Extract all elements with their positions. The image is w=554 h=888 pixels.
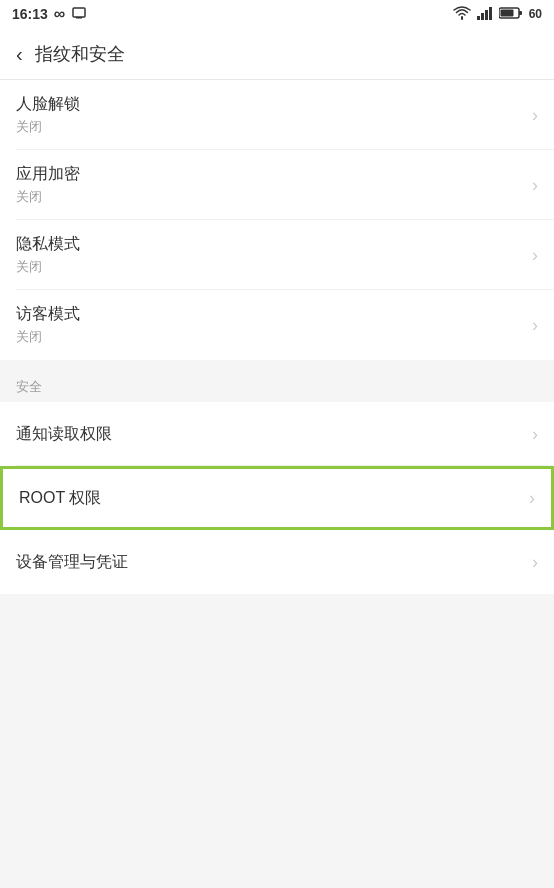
- page-title: 指纹和安全: [35, 42, 125, 66]
- group-fingerprint-security: 人脸解锁 关闭 › 应用加密 关闭 › 隐私模式 关闭 › 访客模式 关闭 ›: [0, 80, 554, 360]
- item-title-notification-access: 通知读取权限: [16, 424, 538, 445]
- settings-item-notification-access[interactable]: 通知读取权限 ›: [0, 402, 554, 466]
- battery-level: 60: [529, 7, 542, 21]
- item-subtitle-guest-mode: 关闭: [16, 328, 538, 346]
- svg-rect-8: [500, 9, 513, 16]
- item-subtitle-privacy-mode: 关闭: [16, 258, 538, 276]
- chevron-icon-app-encrypt: ›: [532, 175, 538, 196]
- status-time: 16:13: [12, 6, 48, 22]
- status-left: 16:13 ∞: [12, 5, 87, 24]
- group-security: 通知读取权限 › ROOT 权限 › 设备管理与凭证 ›: [0, 402, 554, 594]
- screenshot-icon: [71, 5, 87, 24]
- settings-item-root-access[interactable]: ROOT 权限 ›: [0, 466, 554, 530]
- svg-rect-2: [477, 16, 480, 20]
- section-header-security: 安全: [0, 368, 554, 402]
- chevron-icon-privacy-mode: ›: [532, 245, 538, 266]
- svg-rect-7: [519, 11, 522, 15]
- status-right: 60: [453, 6, 542, 23]
- svg-rect-1: [76, 17, 82, 19]
- item-title-device-admin: 设备管理与凭证: [16, 552, 538, 573]
- settings-item-face-unlock[interactable]: 人脸解锁 关闭 ›: [0, 80, 554, 150]
- svg-rect-0: [73, 8, 85, 17]
- svg-rect-3: [481, 13, 484, 20]
- settings-container: 人脸解锁 关闭 › 应用加密 关闭 › 隐私模式 关闭 › 访客模式 关闭 › …: [0, 80, 554, 594]
- wifi-icon: [453, 6, 471, 23]
- chevron-icon-guest-mode: ›: [532, 315, 538, 336]
- title-bar: ‹ 指纹和安全: [0, 28, 554, 80]
- svg-rect-4: [485, 10, 488, 20]
- item-title-root-access: ROOT 权限: [19, 488, 535, 509]
- item-title-app-encrypt: 应用加密: [16, 164, 538, 185]
- battery-icon: [499, 6, 523, 23]
- item-title-guest-mode: 访客模式: [16, 304, 538, 325]
- item-title-face-unlock: 人脸解锁: [16, 94, 538, 115]
- settings-item-privacy-mode[interactable]: 隐私模式 关闭 ›: [0, 220, 554, 290]
- item-subtitle-face-unlock: 关闭: [16, 118, 538, 136]
- signal-icon: [477, 6, 493, 23]
- chevron-icon-notification-access: ›: [532, 424, 538, 445]
- settings-item-app-encrypt[interactable]: 应用加密 关闭 ›: [0, 150, 554, 220]
- chevron-icon-root-access: ›: [529, 488, 535, 509]
- item-subtitle-app-encrypt: 关闭: [16, 188, 538, 206]
- infinity-icon: ∞: [54, 5, 65, 23]
- chevron-icon-face-unlock: ›: [532, 105, 538, 126]
- svg-rect-5: [489, 7, 492, 20]
- settings-item-guest-mode[interactable]: 访客模式 关闭 ›: [0, 290, 554, 360]
- settings-item-device-admin[interactable]: 设备管理与凭证 ›: [0, 530, 554, 594]
- status-bar: 16:13 ∞: [0, 0, 554, 28]
- chevron-icon-device-admin: ›: [532, 552, 538, 573]
- section-separator: [0, 360, 554, 368]
- back-button[interactable]: ‹: [16, 44, 23, 64]
- item-title-privacy-mode: 隐私模式: [16, 234, 538, 255]
